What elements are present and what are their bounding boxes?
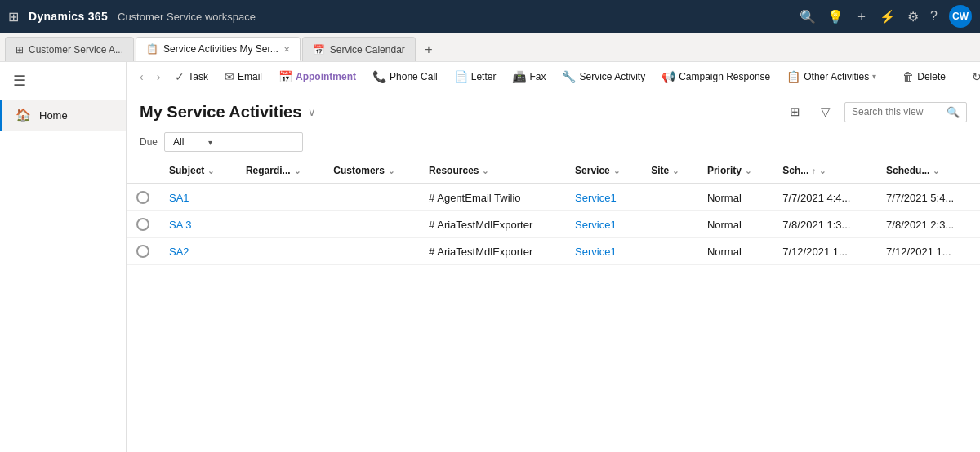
- row-priority-cell: Normal: [697, 211, 773, 238]
- sidebar-item-home[interactable]: 🏠 Home: [0, 100, 126, 131]
- settings-icon[interactable]: ⚙: [907, 9, 919, 24]
- row-site-cell: [641, 184, 697, 211]
- tab-icon: 📅: [313, 44, 325, 55]
- content-area: ‹ › ✓ Task ✉ Email 📅 Appointment 📞 Phone…: [127, 62, 980, 452]
- subject-link[interactable]: SA2: [169, 246, 189, 258]
- fax-button[interactable]: 📠 Fax: [506, 66, 552, 87]
- service-link[interactable]: Service1: [575, 192, 617, 204]
- sidebar-toggle[interactable]: ☰: [0, 62, 126, 100]
- row-schedule-end-cell: 7/12/2021 1...: [876, 238, 980, 265]
- table-row: SA1 # AgentEmail Twilio Service1 Normal …: [127, 184, 980, 211]
- col-schedule-start[interactable]: Sch... ↑ ⌄: [773, 158, 876, 184]
- filter-button[interactable]: ▽: [813, 100, 838, 124]
- tab-service-activities[interactable]: 📋 Service Activities My Ser... ✕: [136, 37, 301, 61]
- tab-service-calendar[interactable]: 📅 Service Calendar: [302, 37, 416, 61]
- action-toolbar: ‹ › ✓ Task ✉ Email 📅 Appointment 📞 Phone…: [127, 62, 980, 91]
- row-radio-button[interactable]: [136, 245, 149, 258]
- tab-icon: 📋: [146, 43, 158, 55]
- row-radio-button[interactable]: [136, 218, 149, 231]
- phone-call-button[interactable]: 📞 Phone Call: [366, 66, 444, 87]
- tab-add-button[interactable]: +: [417, 38, 440, 61]
- select-all-header[interactable]: [127, 158, 159, 184]
- resources-sort-icon: ⌄: [482, 166, 488, 175]
- brand-name: Dynamics 365: [29, 10, 108, 23]
- tab-customer-service[interactable]: ⊞ Customer Service A...: [5, 37, 134, 61]
- search-icon[interactable]: 🔍: [947, 106, 960, 118]
- col-regarding[interactable]: Regardi... ⌄: [236, 158, 323, 184]
- service-link[interactable]: Service1: [575, 246, 617, 258]
- service-activities-table: Subject ⌄ Regardi... ⌄ C: [127, 158, 980, 265]
- campaign-response-button[interactable]: 📢 Campaign Response: [655, 66, 777, 87]
- col-resources[interactable]: Resources ⌄: [419, 158, 565, 184]
- subject-link[interactable]: SA 3: [169, 219, 191, 231]
- layout-toggle-button[interactable]: ⊞: [782, 100, 807, 124]
- letter-button[interactable]: 📄 Letter: [448, 66, 503, 87]
- app-name: Customer Service workspace: [118, 11, 790, 23]
- row-service-cell: Service1: [565, 184, 641, 211]
- filter-value: All: [173, 136, 184, 148]
- search-box: 🔍: [844, 102, 967, 122]
- site-sort-icon: ⌄: [672, 166, 679, 175]
- nav-forward-button[interactable]: ›: [152, 67, 166, 86]
- search-input[interactable]: [852, 106, 942, 117]
- tab-close-button[interactable]: ✕: [283, 45, 290, 54]
- row-radio-button[interactable]: [136, 191, 149, 204]
- col-service[interactable]: Service ⌄: [565, 158, 641, 184]
- service-activity-icon: 🔧: [562, 70, 576, 83]
- schedule-start-sort-down-icon: ⌄: [819, 166, 826, 175]
- task-button[interactable]: ✓ Task: [168, 66, 215, 87]
- filter-nav-icon[interactable]: ⚡: [880, 9, 896, 24]
- col-site[interactable]: Site ⌄: [641, 158, 697, 184]
- row-resources-cell: # AriaTestMdlExporter: [419, 211, 565, 238]
- service-sort-icon: ⌄: [613, 166, 620, 175]
- page-title-row: My Service Activities ∨: [140, 103, 316, 122]
- schedule-start-sort-icon: ↑: [812, 166, 816, 175]
- email-button[interactable]: ✉ Email: [218, 66, 269, 87]
- row-schedule-start-cell: 7/12/2021 1...: [773, 238, 876, 265]
- row-service-cell: Service1: [565, 238, 641, 265]
- nav-back-button[interactable]: ‹: [135, 67, 149, 86]
- plus-nav-icon[interactable]: ＋: [855, 8, 868, 25]
- tab-label: Service Calendar: [330, 44, 405, 55]
- service-activity-button[interactable]: 🔧 Service Activity: [555, 66, 652, 87]
- row-regarding-cell: [236, 184, 323, 211]
- delete-icon: 🗑: [902, 70, 914, 83]
- letter-icon: 📄: [454, 70, 468, 83]
- col-priority[interactable]: Priority ⌄: [697, 158, 773, 184]
- filter-select[interactable]: All ▾: [164, 132, 303, 152]
- service-link[interactable]: Service1: [575, 219, 617, 231]
- page-header: My Service Activities ∨ ⊞ ▽ 🔍: [127, 91, 980, 129]
- row-service-cell: Service1: [565, 211, 641, 238]
- row-select-cell[interactable]: [127, 184, 159, 211]
- row-customers-cell: [323, 238, 419, 265]
- subject-link[interactable]: SA1: [169, 192, 189, 204]
- tab-label: Service Activities My Ser...: [163, 43, 278, 55]
- main-layout: ☰ 🏠 Home ‹ › ✓ Task ✉ Email 📅 Appointmen…: [0, 62, 980, 452]
- col-customers[interactable]: Customers ⌄: [323, 158, 419, 184]
- row-priority-cell: Normal: [697, 184, 773, 211]
- page-title: My Service Activities: [140, 103, 301, 122]
- header-actions: ⊞ ▽ 🔍: [782, 100, 967, 124]
- row-select-cell[interactable]: [127, 211, 159, 238]
- phone-icon: 📞: [372, 70, 386, 83]
- avatar[interactable]: CW: [949, 5, 972, 28]
- row-schedule-start-cell: 7/8/2021 1:3...: [773, 211, 876, 238]
- col-schedule-end[interactable]: Schedu... ⌄: [876, 158, 980, 184]
- other-activities-button[interactable]: 📋 Other Activities ▾: [780, 66, 883, 87]
- row-regarding-cell: [236, 211, 323, 238]
- appointment-button[interactable]: 📅 Appointment: [272, 66, 363, 87]
- page-title-chevron-icon[interactable]: ∨: [308, 106, 316, 118]
- col-subject[interactable]: Subject ⌄: [159, 158, 236, 184]
- row-schedule-start-cell: 7/7/2021 4:4...: [773, 184, 876, 211]
- fax-icon: 📠: [512, 70, 526, 83]
- row-schedule-end-cell: 7/7/2021 5:4...: [876, 184, 980, 211]
- row-select-cell[interactable]: [127, 238, 159, 265]
- row-regarding-cell: [236, 238, 323, 265]
- tab-label: Customer Service A...: [29, 44, 123, 55]
- delete-button[interactable]: 🗑 Delete: [896, 66, 952, 87]
- search-nav-icon[interactable]: 🔍: [800, 9, 816, 24]
- grid-icon[interactable]: ⊞: [8, 9, 19, 24]
- refresh-button[interactable]: ↻ Refresh: [965, 66, 980, 87]
- help-icon[interactable]: ?: [930, 9, 938, 24]
- lightbulb-icon[interactable]: 💡: [827, 9, 844, 24]
